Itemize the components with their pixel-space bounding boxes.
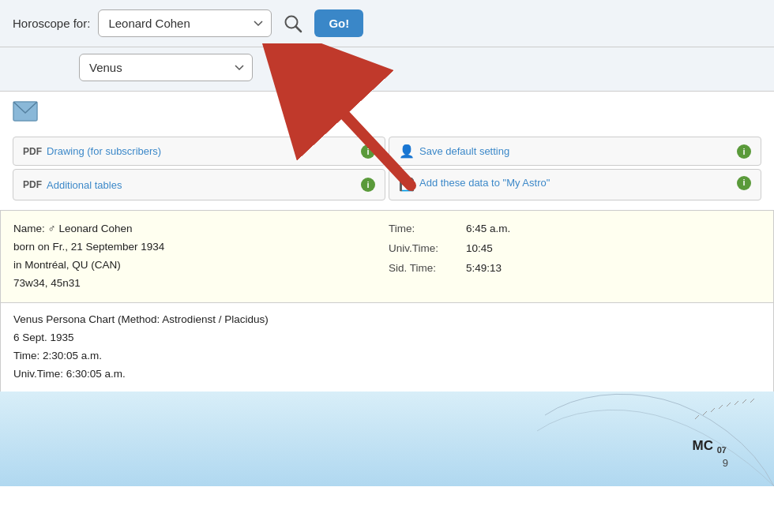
- pdf-drawing-button[interactable]: PDF Drawing (for subscribers) i: [13, 137, 385, 166]
- email-icon[interactable]: [13, 101, 38, 122]
- svg-line-9: [727, 403, 731, 406]
- sidtime-value: 5:49:13: [466, 260, 502, 278]
- name-line: Name: ♂ Leonard Cohen: [13, 220, 385, 238]
- add-myastro-info-icon[interactable]: i: [737, 176, 751, 190]
- pdf-drawing-text: Drawing (for subscribers): [47, 145, 161, 157]
- svg-line-12: [750, 399, 754, 403]
- svg-line-1: [296, 26, 302, 32]
- univtime-value: 10:45: [466, 240, 493, 258]
- email-svg: [13, 101, 38, 122]
- pdf-drawing-label: PDF: [23, 146, 42, 157]
- svg-line-6: [703, 411, 707, 415]
- svg-line-5: [695, 415, 699, 419]
- pdf-drawing-info-icon[interactable]: i: [361, 144, 375, 159]
- save-default-text: Save default setting: [419, 145, 509, 157]
- save-default-info-icon[interactable]: i: [737, 144, 751, 159]
- person-select[interactable]: Leonard Cohen: [98, 9, 272, 37]
- persona-line4: Univ.Time: 6:30:05 a.m.: [13, 365, 761, 384]
- add-myastro-text: Add these data to "My Astro": [419, 176, 550, 190]
- persona-line1: Venus Persona Chart (Method: Astrodienst…: [13, 311, 761, 329]
- pdf-tables-button[interactable]: PDF Additional tables i: [13, 169, 385, 200]
- born-line: born on Fr., 21 September 1934: [13, 238, 385, 257]
- coords-line: 73w34, 45n31: [13, 275, 385, 293]
- univtime-label: Univ.Time:: [389, 240, 460, 258]
- floppy-icon: 💾: [399, 176, 415, 193]
- horoscope-label: Horoscope for:: [13, 17, 90, 30]
- time-value: 6:45 a.m.: [466, 220, 510, 238]
- add-myastro-button[interactable]: 💾 Add these data to "My Astro" i: [389, 169, 761, 200]
- pdf-tables-info-icon[interactable]: i: [361, 178, 375, 192]
- svg-line-7: [711, 408, 715, 412]
- time-label: Time:: [389, 220, 460, 238]
- svg-line-10: [735, 401, 738, 405]
- time-row: Time: 6:45 a.m.: [389, 220, 761, 238]
- univtime-row: Univ.Time: 10:45: [389, 240, 761, 258]
- svg-line-11: [742, 399, 746, 403]
- pdf-tables-label: PDF: [23, 179, 42, 190]
- second-row: Venus Sun Moon Mars Jupiter Saturn: [0, 47, 774, 92]
- pdf-tables-text: Additional tables: [47, 179, 122, 191]
- venus-select[interactable]: Venus Sun Moon Mars Jupiter Saturn: [79, 54, 253, 81]
- info-card: Name: ♂ Leonard Cohen born on Fr., 21 Se…: [0, 210, 774, 303]
- info-right: Time: 6:45 a.m. Univ.Time: 10:45 Sid. Ti…: [389, 220, 761, 293]
- sidtime-row: Sid. Time: 5:49:13: [389, 260, 761, 278]
- save-default-button[interactable]: 👤 Save default setting i: [389, 137, 761, 166]
- persona-info: Venus Persona Chart (Method: Astrodienst…: [0, 303, 774, 392]
- chart-area: MC 07 9: [0, 392, 774, 486]
- go-button[interactable]: Go!: [314, 9, 363, 37]
- person-icon: 👤: [399, 144, 415, 159]
- persona-line2: 6 Sept. 1935: [13, 329, 761, 347]
- sidtime-label: Sid. Time:: [389, 260, 460, 278]
- action-grid: PDF Drawing (for subscribers) i 👤 Save d…: [0, 133, 774, 210]
- info-left: Name: ♂ Leonard Cohen born on Fr., 21 Se…: [13, 220, 385, 293]
- search-icon: [283, 13, 303, 34]
- search-button[interactable]: [280, 10, 306, 37]
- chart-arc: [537, 392, 774, 486]
- svg-line-8: [719, 405, 723, 409]
- persona-line3: Time: 2:30:05 a.m.: [13, 347, 761, 365]
- top-bar: Horoscope for: Leonard Cohen Go!: [0, 0, 774, 47]
- location-line: in Montréal, QU (CAN): [13, 257, 385, 275]
- email-row: [0, 92, 774, 133]
